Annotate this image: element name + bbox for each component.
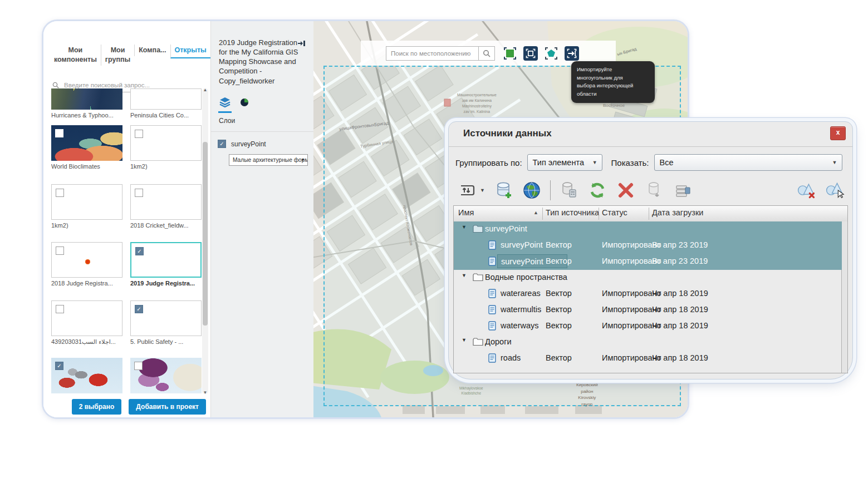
crop-frame-icon[interactable] <box>523 46 538 61</box>
component-card[interactable]: Peninsula Cities Co... <box>130 88 202 119</box>
group-row[interactable]: ▼ Дороги <box>454 334 842 351</box>
component-checkbox[interactable] <box>134 362 143 370</box>
table-row[interactable]: roads Вектор Импортировано Чт апр 18 201… <box>454 351 842 367</box>
detail-icon-row <box>219 97 249 108</box>
expander-icon[interactable]: ▼ <box>462 224 467 230</box>
search-icon <box>483 50 491 57</box>
component-thumbnail <box>130 358 202 393</box>
close-button[interactable]: x <box>830 126 846 140</box>
component-card[interactable]: ✓ 2019 Judge Registra... <box>130 242 202 287</box>
component-card[interactable]: ✓ 5. Public Safety - ... <box>130 300 202 346</box>
polygon-extent-icon[interactable] <box>544 46 558 61</box>
component-checkbox[interactable] <box>135 130 143 138</box>
source-type: Вектор <box>546 305 572 314</box>
layer-checkbox[interactable]: ✓ <box>218 140 226 148</box>
table-row[interactable]: watermultis Вектор Импортировано Чт апр … <box>454 302 842 318</box>
component-card[interactable]: 439203031اجلاء السب... <box>51 300 122 346</box>
component-card[interactable] <box>130 358 202 393</box>
column-header-source-type[interactable]: Тип источника <box>546 208 599 217</box>
import-polygon-icon[interactable] <box>565 46 579 61</box>
location-search-input[interactable]: Поиск по местоположению <box>386 46 478 61</box>
add-database-icon[interactable] <box>493 180 513 200</box>
selected-count-button[interactable]: 2 выбрано <box>72 399 122 415</box>
map-label-kirovsky-district: Кировский район Kirovskiy rayon <box>576 382 598 407</box>
source-date: Чт апр 18 2019 <box>652 305 708 314</box>
scrollbar-thumb[interactable] <box>203 142 208 326</box>
select-geometry-icon[interactable] <box>825 180 845 200</box>
component-card[interactable]: 2018 Judge Registra... <box>51 242 122 287</box>
table-header: Имя ▲ Тип источника Статус Дата загрузки <box>454 206 847 222</box>
component-checkbox[interactable]: ✓ <box>135 247 144 255</box>
delete-icon[interactable] <box>616 180 636 200</box>
show-dropdown[interactable]: Все ▼ <box>654 154 842 171</box>
legend-icon[interactable] <box>240 98 249 107</box>
component-thumbnail <box>51 300 122 336</box>
source-name: roads <box>501 353 521 362</box>
column-header-load-date[interactable]: Дата загрузки <box>652 208 703 217</box>
group-name: surveyPoint <box>485 224 527 233</box>
component-thumbnail: ✓ <box>51 358 122 393</box>
component-card[interactable]: World Bioclimates <box>51 125 122 170</box>
location-search-button[interactable] <box>478 46 495 61</box>
card-row: Hurricanes & Typhoo... Peninsula Cities … <box>51 88 202 119</box>
group-row[interactable]: ▼ Водные пространства <box>454 270 842 286</box>
tab-my-components[interactable]: Мои компоненты <box>50 45 101 66</box>
component-card[interactable]: Hurricanes & Typhoo... <box>51 88 122 119</box>
column-header-name[interactable]: Имя <box>458 208 474 217</box>
extent-green-icon[interactable] <box>503 46 517 61</box>
component-thumbnail <box>130 88 202 110</box>
chevron-down-icon: ▼ <box>592 155 597 170</box>
tab-open[interactable]: Открыты <box>170 45 210 58</box>
delete-geometry-icon[interactable] <box>796 180 816 200</box>
tab-my-groups[interactable]: Мои группы <box>101 45 134 66</box>
component-checkbox[interactable] <box>56 305 64 313</box>
expander-icon[interactable]: ▼ <box>462 337 467 343</box>
table-scrollbar-track[interactable] <box>841 221 847 373</box>
source-type: Вектор <box>546 289 572 298</box>
component-label: 2018 Cricket_fieldw... <box>130 222 202 229</box>
chevron-down-icon: ▼ <box>301 155 305 165</box>
add-to-project-button[interactable]: Добавить в проект <box>129 399 206 415</box>
component-card[interactable]: 1km2) <box>130 125 202 170</box>
table-row[interactable]: waterways Вектор Импортировано Чт апр 18… <box>454 318 842 334</box>
component-checkbox[interactable]: ✓ <box>135 305 143 313</box>
group-by-value: Тип элемента <box>533 158 584 167</box>
group-row[interactable]: ▼ surveyPoint <box>454 221 842 238</box>
layer-style-dropdown[interactable]: Малые архитектурные формы ▼ <box>229 154 308 166</box>
table-row[interactable]: surveyPoint Вектор Импортировано Вт апр … <box>454 254 842 270</box>
layers-heading: Слои <box>219 117 235 125</box>
component-card[interactable]: 2018 Cricket_fieldw... <box>130 184 202 229</box>
copy-to-database-icon[interactable] <box>559 180 579 200</box>
source-date: Вт апр 23 2019 <box>652 257 708 265</box>
left-panel-scrollbar[interactable]: ▲ ▼ <box>202 88 208 394</box>
component-checkbox[interactable] <box>55 129 63 137</box>
expander-icon[interactable]: ▼ <box>462 273 467 278</box>
component-checkbox[interactable]: ✓ <box>55 362 63 370</box>
component-checkbox[interactable] <box>56 247 64 255</box>
divider <box>211 131 313 132</box>
collapse-panel-icon[interactable] <box>297 39 306 48</box>
source-name: waterareas <box>501 289 541 298</box>
map-label-vostochnoe: Восточное <box>603 102 625 109</box>
layers-icon[interactable] <box>219 97 231 108</box>
component-thumbnail: ✓ <box>130 300 202 336</box>
tab-company[interactable]: Компа... <box>134 45 170 56</box>
scroll-down-icon[interactable]: ▼ <box>202 390 208 395</box>
export-database-icon[interactable] <box>644 180 664 200</box>
scroll-up-icon[interactable]: ▲ <box>202 87 208 92</box>
card-row: 2018 Judge Registra... ✓ 2019 Judge Regi… <box>51 242 202 287</box>
table-row[interactable]: waterareas Вектор Импортировано Чт апр 1… <box>454 286 842 302</box>
column-header-status[interactable]: Статус <box>602 208 627 217</box>
chevron-down-icon[interactable]: ▼ <box>480 188 485 193</box>
component-label: Peninsula Cities Co... <box>130 112 202 119</box>
component-checkbox[interactable] <box>56 189 64 197</box>
component-checkbox[interactable] <box>135 189 143 197</box>
import-export-icon[interactable] <box>457 180 477 200</box>
refresh-icon[interactable] <box>587 180 607 200</box>
table-row[interactable]: surveyPoint Вектор Импортировано Вт апр … <box>454 238 842 254</box>
globe-icon[interactable] <box>522 180 542 200</box>
component-card[interactable]: 1km2) <box>51 184 122 229</box>
group-by-dropdown[interactable]: Тип элемента ▼ <box>527 154 602 171</box>
component-card[interactable]: ✓ <box>51 358 122 393</box>
batch-stack-icon[interactable] <box>673 180 693 200</box>
